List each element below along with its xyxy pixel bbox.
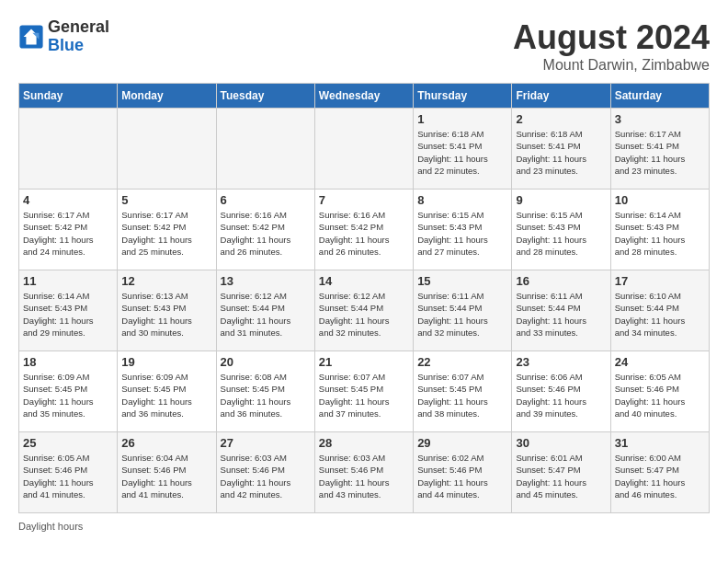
day-number: 3 (615, 112, 705, 126)
calendar-cell: 27Sunrise: 6:03 AM Sunset: 5:46 PM Dayli… (216, 432, 314, 513)
calendar-table: SundayMondayTuesdayWednesdayThursdayFrid… (18, 83, 710, 513)
day-info: Sunrise: 6:07 AM Sunset: 5:45 PM Dayligh… (319, 371, 409, 419)
day-number: 18 (23, 355, 113, 369)
day-number: 22 (417, 355, 507, 369)
calendar-cell: 8Sunrise: 6:15 AM Sunset: 5:43 PM Daylig… (414, 190, 512, 270)
day-number: 21 (319, 355, 409, 369)
day-info: Sunrise: 6:17 AM Sunset: 5:42 PM Dayligh… (121, 209, 211, 258)
day-info: Sunrise: 6:12 AM Sunset: 5:44 PM Dayligh… (221, 290, 311, 339)
day-number: 12 (121, 274, 211, 288)
day-number: 27 (221, 436, 311, 450)
day-info: Sunrise: 6:12 AM Sunset: 5:44 PM Dayligh… (319, 290, 409, 339)
day-info: Sunrise: 6:13 AM Sunset: 5:43 PM Dayligh… (121, 290, 211, 339)
day-number: 6 (221, 193, 311, 207)
calendar-cell (314, 109, 413, 190)
day-info: Sunrise: 6:05 AM Sunset: 5:46 PM Dayligh… (23, 452, 113, 500)
calendar-cell: 28Sunrise: 6:03 AM Sunset: 5:46 PM Dayli… (314, 432, 413, 513)
day-number: 2 (516, 112, 606, 126)
calendar-cell: 6Sunrise: 6:16 AM Sunset: 5:42 PM Daylig… (216, 190, 314, 270)
day-number: 23 (516, 355, 606, 369)
column-header-thursday: Thursday (414, 84, 512, 109)
day-info: Sunrise: 6:03 AM Sunset: 5:46 PM Dayligh… (319, 452, 409, 500)
day-info: Sunrise: 6:18 AM Sunset: 5:41 PM Dayligh… (417, 128, 507, 177)
day-info: Sunrise: 6:04 AM Sunset: 5:46 PM Dayligh… (121, 452, 211, 500)
calendar-cell: 4Sunrise: 6:17 AM Sunset: 5:42 PM Daylig… (19, 190, 118, 270)
calendar-cell (216, 109, 314, 190)
day-info: Sunrise: 6:15 AM Sunset: 5:43 PM Dayligh… (417, 209, 507, 258)
calendar-cell: 16Sunrise: 6:11 AM Sunset: 5:44 PM Dayli… (512, 270, 610, 351)
calendar-cell: 31Sunrise: 6:00 AM Sunset: 5:47 PM Dayli… (610, 432, 709, 513)
day-info: Sunrise: 6:16 AM Sunset: 5:42 PM Dayligh… (221, 209, 311, 258)
daylight-note: Daylight hours (18, 521, 83, 532)
day-number: 30 (516, 436, 606, 450)
column-header-wednesday: Wednesday (314, 84, 413, 109)
day-info: Sunrise: 6:06 AM Sunset: 5:46 PM Dayligh… (516, 371, 606, 419)
calendar-cell: 22Sunrise: 6:07 AM Sunset: 5:45 PM Dayli… (414, 351, 512, 432)
day-info: Sunrise: 6:05 AM Sunset: 5:46 PM Dayligh… (615, 371, 705, 419)
calendar-cell: 12Sunrise: 6:13 AM Sunset: 5:43 PM Dayli… (118, 270, 216, 351)
calendar-cell: 14Sunrise: 6:12 AM Sunset: 5:44 PM Dayli… (314, 270, 413, 351)
day-number: 20 (221, 355, 311, 369)
column-header-saturday: Saturday (610, 84, 709, 109)
day-number: 11 (23, 274, 113, 288)
calendar-week-row: 1Sunrise: 6:18 AM Sunset: 5:41 PM Daylig… (19, 109, 710, 190)
day-number: 24 (615, 355, 705, 369)
day-info: Sunrise: 6:17 AM Sunset: 5:42 PM Dayligh… (23, 209, 113, 258)
day-info: Sunrise: 6:00 AM Sunset: 5:47 PM Dayligh… (615, 452, 705, 500)
day-info: Sunrise: 6:17 AM Sunset: 5:41 PM Dayligh… (615, 128, 705, 177)
day-number: 9 (516, 193, 606, 207)
calendar-week-row: 11Sunrise: 6:14 AM Sunset: 5:43 PM Dayli… (19, 270, 710, 351)
calendar-cell: 25Sunrise: 6:05 AM Sunset: 5:46 PM Dayli… (19, 432, 118, 513)
day-number: 15 (417, 274, 507, 288)
column-header-tuesday: Tuesday (216, 84, 314, 109)
day-info: Sunrise: 6:02 AM Sunset: 5:46 PM Dayligh… (417, 452, 507, 500)
calendar-cell: 7Sunrise: 6:16 AM Sunset: 5:42 PM Daylig… (314, 190, 413, 270)
day-info: Sunrise: 6:08 AM Sunset: 5:45 PM Dayligh… (221, 371, 311, 419)
day-info: Sunrise: 6:11 AM Sunset: 5:44 PM Dayligh… (516, 290, 606, 339)
day-number: 19 (121, 355, 211, 369)
calendar-cell: 26Sunrise: 6:04 AM Sunset: 5:46 PM Dayli… (118, 432, 216, 513)
day-number: 17 (615, 274, 705, 288)
calendar-cell: 23Sunrise: 6:06 AM Sunset: 5:46 PM Dayli… (512, 351, 610, 432)
day-number: 13 (221, 274, 311, 288)
day-info: Sunrise: 6:03 AM Sunset: 5:46 PM Dayligh… (221, 452, 311, 500)
calendar-cell (118, 109, 216, 190)
calendar-cell: 20Sunrise: 6:08 AM Sunset: 5:45 PM Dayli… (216, 351, 314, 432)
day-number: 14 (319, 274, 409, 288)
calendar-cell: 18Sunrise: 6:09 AM Sunset: 5:45 PM Dayli… (19, 351, 118, 432)
day-info: Sunrise: 6:11 AM Sunset: 5:44 PM Dayligh… (417, 290, 507, 339)
calendar-cell: 30Sunrise: 6:01 AM Sunset: 5:47 PM Dayli… (512, 432, 610, 513)
calendar-week-row: 18Sunrise: 6:09 AM Sunset: 5:45 PM Dayli… (19, 351, 710, 432)
calendar-cell: 5Sunrise: 6:17 AM Sunset: 5:42 PM Daylig… (118, 190, 216, 270)
location-subtitle: Mount Darwin, Zimbabwe (513, 57, 710, 74)
column-header-sunday: Sunday (19, 84, 118, 109)
day-number: 1 (417, 112, 507, 126)
day-info: Sunrise: 6:18 AM Sunset: 5:41 PM Dayligh… (516, 128, 606, 177)
calendar-cell: 10Sunrise: 6:14 AM Sunset: 5:43 PM Dayli… (610, 190, 709, 270)
calendar-header-row: SundayMondayTuesdayWednesdayThursdayFrid… (19, 84, 710, 109)
day-number: 31 (615, 436, 705, 450)
calendar-cell: 11Sunrise: 6:14 AM Sunset: 5:43 PM Dayli… (19, 270, 118, 351)
title-block: August 2024 Mount Darwin, Zimbabwe (513, 18, 710, 74)
day-number: 7 (319, 193, 409, 207)
day-info: Sunrise: 6:09 AM Sunset: 5:45 PM Dayligh… (121, 371, 211, 419)
day-number: 16 (516, 274, 606, 288)
day-number: 26 (121, 436, 211, 450)
day-info: Sunrise: 6:10 AM Sunset: 5:44 PM Dayligh… (615, 290, 705, 339)
day-number: 4 (23, 193, 113, 207)
logo-general-text: General (48, 18, 109, 37)
calendar-cell: 17Sunrise: 6:10 AM Sunset: 5:44 PM Dayli… (610, 270, 709, 351)
day-number: 29 (417, 436, 507, 450)
day-info: Sunrise: 6:09 AM Sunset: 5:45 PM Dayligh… (23, 371, 113, 419)
logo: General Blue (18, 18, 109, 55)
month-year-title: August 2024 (513, 18, 710, 57)
calendar-cell (19, 109, 118, 190)
day-number: 8 (417, 193, 507, 207)
calendar-cell: 1Sunrise: 6:18 AM Sunset: 5:41 PM Daylig… (414, 109, 512, 190)
day-info: Sunrise: 6:01 AM Sunset: 5:47 PM Dayligh… (516, 452, 606, 500)
column-header-monday: Monday (118, 84, 216, 109)
calendar-cell: 9Sunrise: 6:15 AM Sunset: 5:43 PM Daylig… (512, 190, 610, 270)
calendar-cell: 19Sunrise: 6:09 AM Sunset: 5:45 PM Dayli… (118, 351, 216, 432)
logo-blue-text: Blue (48, 37, 109, 55)
calendar-cell: 21Sunrise: 6:07 AM Sunset: 5:45 PM Dayli… (314, 351, 413, 432)
